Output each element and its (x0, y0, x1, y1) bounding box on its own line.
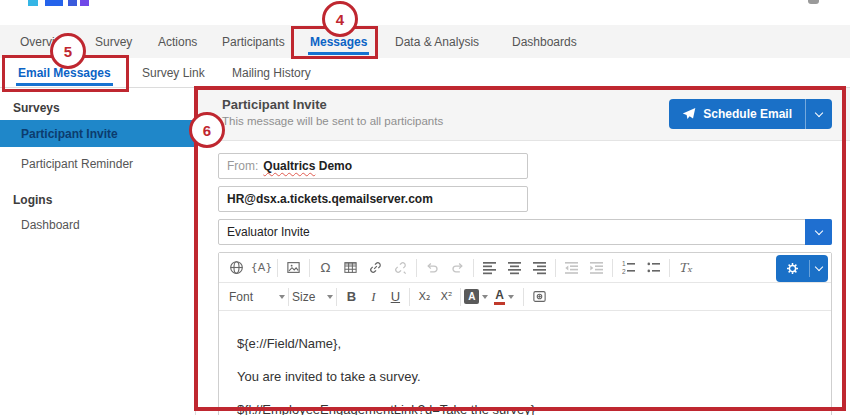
svg-text:1: 1 (622, 260, 626, 267)
toolbar-separator (336, 288, 337, 306)
editor-settings-dropdown[interactable] (810, 255, 828, 282)
editor-toolbar-row-1: {A} Ω (219, 253, 831, 283)
globe-icon[interactable] (224, 257, 249, 279)
toolbar-separator (288, 288, 289, 306)
top-strip (0, 0, 850, 25)
redo-icon[interactable] (445, 257, 470, 279)
schedule-email-dropdown[interactable] (806, 99, 832, 129)
bold-button[interactable]: B (340, 289, 362, 304)
background-color-button[interactable]: A (464, 289, 488, 304)
sidebar-section-surveys: Surveys (13, 101, 195, 115)
email-body-line: You are invited to take a survey. (237, 370, 813, 383)
chevron-down-icon (815, 108, 823, 116)
page-title: Participant Invite (222, 97, 327, 112)
tab-email-messages[interactable]: Email Messages (18, 58, 111, 87)
sidebar-item-participant-reminder[interactable]: Participant Reminder (0, 151, 195, 177)
sidebar-item-dashboard[interactable]: Dashboard (0, 212, 195, 238)
text-color-icon: A (494, 289, 505, 305)
schedule-email-button[interactable]: Schedule Email (669, 99, 805, 129)
svg-text:2: 2 (622, 268, 626, 275)
from-field[interactable]: From: Qualtrics Demo (218, 153, 528, 179)
chevron-down-icon (482, 295, 488, 299)
secondary-nav: Email Messages Survey Link Mailing Histo… (0, 58, 850, 88)
piped-text-icon[interactable]: {A} (249, 257, 274, 279)
toolbar-separator (309, 259, 310, 277)
chevron-down-icon (327, 295, 333, 299)
special-character-icon[interactable]: Ω (313, 257, 338, 279)
chevron-down-icon (508, 295, 514, 299)
tab-participants[interactable]: Participants (222, 25, 285, 58)
schedule-email-button-group: Schedule Email (669, 99, 832, 129)
link-icon[interactable] (363, 257, 388, 279)
brand-logo-fragment (68, 0, 77, 6)
embed-media-icon[interactable] (527, 286, 552, 308)
page-subtitle: This message will be sent to all partici… (222, 115, 443, 127)
editor-settings-button[interactable] (776, 255, 809, 282)
email-body-line: ${e://Field/Name}, (237, 337, 813, 350)
align-left-icon[interactable] (477, 257, 502, 279)
avatar-fragment (808, 0, 819, 4)
schedule-email-label: Schedule Email (703, 107, 792, 121)
clear-formatting-icon[interactable]: Tₓ (673, 257, 698, 279)
toolbar-separator (555, 259, 556, 277)
toolbar-separator (523, 288, 524, 306)
toolbar-separator (416, 259, 417, 277)
indent-icon[interactable] (584, 257, 609, 279)
tab-dashboards[interactable]: Dashboards (512, 25, 577, 58)
editor-settings-button-group (776, 255, 828, 282)
reply-to-value: HR@dsx.a.tickets.qemailserver.com (227, 192, 433, 206)
primary-nav: Overview Survey Actions Participants Mes… (0, 25, 850, 58)
chevron-down-icon (814, 226, 822, 234)
rich-text-editor: {A} Ω (218, 252, 832, 415)
brand-logo-fragment (28, 0, 38, 6)
chevron-down-icon (279, 295, 285, 299)
toolbar-separator (409, 288, 410, 306)
align-right-icon[interactable] (527, 257, 552, 279)
brand-logo-fragment (45, 0, 63, 6)
bulleted-list-icon[interactable] (641, 257, 666, 279)
insert-table-icon[interactable] (338, 257, 363, 279)
sidebar-item-participant-invite[interactable]: Participant Invite (0, 120, 195, 147)
size-select[interactable]: Size (292, 290, 333, 304)
tab-overview[interactable]: Overview (20, 25, 70, 58)
from-label: From: (227, 159, 258, 173)
insert-image-icon[interactable] (281, 257, 306, 279)
align-center-icon[interactable] (502, 257, 527, 279)
message-select-value: Evaluator Invite (227, 225, 310, 239)
reply-to-field[interactable]: HR@dsx.a.tickets.qemailserver.com (218, 186, 528, 212)
sidebar: Surveys Participant Invite Participant R… (0, 88, 196, 415)
toolbar-separator (473, 259, 474, 277)
undo-icon[interactable] (420, 257, 445, 279)
toolbar-separator (669, 259, 670, 277)
outdent-icon[interactable] (559, 257, 584, 279)
message-select[interactable]: Evaluator Invite (218, 219, 832, 245)
tab-messages[interactable]: Messages (310, 25, 367, 58)
tab-mailing-history[interactable]: Mailing History (232, 58, 311, 87)
sidebar-section-logins: Logins (13, 193, 195, 207)
underline-button[interactable]: U (384, 289, 406, 304)
tab-data-analysis[interactable]: Data & Analysis (395, 25, 479, 58)
chevron-down-icon (815, 263, 823, 271)
email-body-line: ${l://EmployeeEngagementLink?d=Take the … (237, 403, 813, 415)
subscript-button[interactable]: X₂ (413, 290, 435, 303)
text-color-button[interactable]: A (494, 289, 514, 305)
tab-survey[interactable]: Survey (95, 25, 132, 58)
message-header: Participant Invite This message will be … (197, 88, 850, 141)
italic-button[interactable]: I (362, 289, 384, 305)
superscript-button[interactable]: X² (435, 290, 457, 303)
tab-survey-link[interactable]: Survey Link (142, 58, 205, 87)
editor-toolbar-row-2: Font Size B I U X₂ X² A A (219, 283, 831, 311)
toolbar-separator (277, 259, 278, 277)
unlink-icon[interactable] (388, 257, 413, 279)
message-select-dropdown-button[interactable] (805, 219, 832, 245)
gear-icon (785, 261, 800, 276)
toolbar-separator (460, 288, 461, 306)
font-select[interactable]: Font (229, 290, 285, 304)
background-color-icon: A (464, 289, 479, 304)
numbered-list-icon[interactable]: 12 (616, 257, 641, 279)
from-value-flagged: Qualtrics (263, 159, 315, 173)
email-body-editor[interactable]: ${e://Field/Name}, You are invited to ta… (219, 311, 831, 415)
tab-actions[interactable]: Actions (158, 25, 197, 58)
from-value: Demo (319, 159, 352, 173)
brand-logo-fragment (80, 0, 89, 6)
